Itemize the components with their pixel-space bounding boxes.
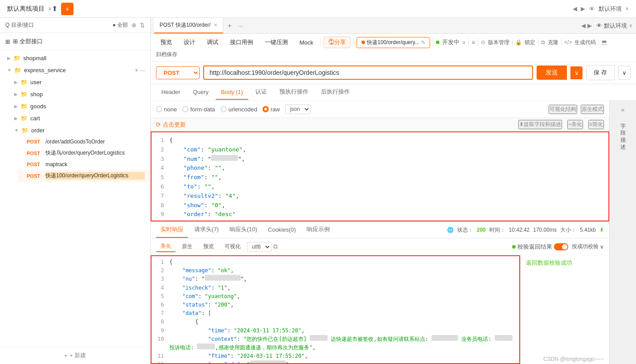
- tab-close-icon[interactable]: ✕: [213, 22, 217, 28]
- raw-mode-btn[interactable]: 原生模式: [581, 105, 604, 114]
- sidebar-search-label[interactable]: Q 目录/接口: [5, 21, 112, 29]
- tab-body[interactable]: Body (1): [216, 85, 248, 100]
- sidebar-item-shop[interactable]: ▶ 📁 shop: [7, 88, 150, 100]
- tab-pre-exec[interactable]: 预执行操作: [274, 84, 314, 100]
- save-dropdown-btn[interactable]: ∨: [618, 66, 631, 80]
- simplify-btn[interactable]: ≡简化: [588, 120, 604, 129]
- toolbar-mock-btn[interactable]: Mock: [295, 37, 318, 48]
- tab-nav-left[interactable]: ◀: [581, 22, 586, 29]
- resp-tab-example[interactable]: 响应示例: [302, 222, 334, 238]
- toolbar-design-btn[interactable]: 设计: [179, 37, 200, 48]
- radio-urlencoded[interactable]: urlencoded: [221, 106, 257, 113]
- resp-line-num-9: 9: [157, 327, 169, 335]
- response-body-code[interactable]: 1 { 2 "message": "ok", 3 "nu": "",: [151, 255, 520, 364]
- resp-raw-btn[interactable]: 原生: [177, 241, 197, 252]
- sidebar-item-cart[interactable]: ▶ 📁 cart: [7, 112, 150, 124]
- resp-line-num-7: 7: [157, 309, 169, 318]
- beautify-btn[interactable]: ≈美化: [567, 120, 583, 129]
- validate-toggle-switch[interactable]: [554, 243, 568, 250]
- eye-icon: 👁: [589, 5, 595, 12]
- toolbar-stress-btn[interactable]: 一键压测: [260, 37, 292, 48]
- resp-content-3: "nu": "",: [169, 275, 514, 283]
- tab-post-kuaidi100[interactable]: POST 快递100/order/ ✕: [154, 18, 223, 33]
- copy-resp-icon[interactable]: ⧉: [273, 243, 278, 250]
- request-body-code[interactable]: 1 { 2 "com": "yuantone", 3 "num": "",: [151, 131, 609, 221]
- title-actions: ⬆ +: [52, 3, 74, 15]
- json-format-select[interactable]: json text xml: [285, 104, 311, 114]
- sidebar-filter-icon[interactable]: ⊕: [131, 22, 136, 29]
- radio-none[interactable]: none: [156, 106, 177, 113]
- send-dropdown-btn[interactable]: ∨: [570, 66, 583, 79]
- gen-code-label[interactable]: 生成代码: [574, 39, 596, 46]
- method-select[interactable]: POST GET PUT DELETE: [156, 66, 200, 79]
- tab-header[interactable]: Header: [156, 85, 186, 100]
- menu-icon[interactable]: ≡: [472, 39, 475, 46]
- clone-label[interactable]: 克隆: [548, 39, 558, 46]
- visualize-structure-btn[interactable]: 可视化结构: [549, 105, 577, 114]
- upload-icon[interactable]: ⬆: [52, 4, 57, 13]
- dev-status-label[interactable]: 开发中: [442, 38, 460, 46]
- express-service-header[interactable]: ▼ 📁 express_service + ···: [0, 64, 150, 76]
- folder-icon-order: 📁: [21, 127, 29, 134]
- env-label[interactable]: 默认环境: [599, 5, 622, 13]
- express-service-add-icon[interactable]: +: [135, 67, 139, 74]
- radio-raw[interactable]: raw: [263, 106, 280, 113]
- lock-label[interactable]: 锁定: [525, 39, 535, 46]
- charset-select[interactable]: utf8 gbk: [247, 242, 271, 252]
- order-header[interactable]: ▼ 📁 order: [7, 124, 150, 136]
- env-dropdown-icon[interactable]: ∨: [629, 23, 632, 29]
- toolbar-share-btn[interactable]: ⓵分享: [324, 37, 351, 48]
- resp-tab-realtime[interactable]: 实时响应: [156, 222, 188, 238]
- send-button[interactable]: 发送: [537, 65, 567, 80]
- tab-auth[interactable]: 认证: [250, 84, 272, 100]
- resp-visualize-btn[interactable]: 可视化: [220, 241, 245, 252]
- resp-line-num-8: 8: [157, 318, 169, 326]
- tab-query[interactable]: Query: [188, 85, 214, 100]
- sidebar-all-select[interactable]: ● 全部: [112, 21, 128, 29]
- all-interfaces[interactable]: ⊞ ⊞ 全部接口: [0, 33, 150, 50]
- api-expressbird-queryLogistics[interactable]: POST 快递鸟/order/queryOrderLogistics: [18, 147, 150, 159]
- archive-label[interactable]: 归档保存: [156, 51, 177, 58]
- sidebar-sort-icon[interactable]: ⇅: [140, 22, 145, 29]
- nav-left-icon[interactable]: ◀: [573, 5, 577, 12]
- api-addGoodsToOrder[interactable]: POST /order/addGoodsToOrder: [18, 136, 150, 147]
- toolbar-debug-btn[interactable]: 调试: [202, 37, 223, 48]
- line-content-9: "order": "desc": [169, 210, 603, 219]
- click-update-label[interactable]: ⟳ 点击更新: [156, 121, 186, 129]
- toolbar-active-api-tab[interactable]: 快递100/order/query... ✎: [357, 37, 430, 48]
- sidebar-item-goods[interactable]: ▶ 📁 goods: [7, 100, 150, 112]
- add-icon[interactable]: +: [61, 3, 74, 15]
- env-name[interactable]: 默认环境: [604, 22, 627, 30]
- sidebar-item-user[interactable]: ▶ 📁 user: [7, 76, 150, 88]
- tab-post-exec[interactable]: 后执行操作: [316, 84, 355, 100]
- project-name[interactable]: 默认离线项目: [7, 5, 45, 13]
- toolbar-preview-btn[interactable]: 预览: [156, 37, 176, 48]
- project-chevron[interactable]: ∨: [48, 6, 52, 12]
- save-button[interactable]: 保 存: [586, 65, 615, 80]
- tab-add-icon[interactable]: +: [224, 22, 235, 30]
- line-content-1: {: [169, 136, 603, 145]
- toolbar-example-btn[interactable]: 接口用例: [226, 37, 258, 48]
- tab-nav-right[interactable]: ▶: [587, 22, 592, 29]
- sidebar-item-shopmall[interactable]: ▶ 📁 shopmall: [0, 52, 150, 64]
- express-service-more-icon[interactable]: ···: [140, 67, 145, 74]
- new-btn[interactable]: + + 新建: [0, 347, 150, 364]
- by-success-select[interactable]: 按成功校验 ∨: [572, 243, 604, 250]
- resp-tab-cookies[interactable]: Cookies(0): [263, 223, 300, 237]
- resp-beautify-btn[interactable]: 美化: [156, 241, 176, 252]
- api-maptrack[interactable]: POST maptrack: [18, 159, 150, 170]
- radio-formdata[interactable]: form-data: [182, 106, 215, 113]
- env-chevron[interactable]: ∨: [625, 6, 629, 12]
- resp-tab-resp-headers[interactable]: 响应头(10): [225, 222, 262, 238]
- schema-collapse-icon[interactable]: «: [620, 104, 627, 115]
- url-input[interactable]: [203, 65, 533, 80]
- extract-fields-btn[interactable]: ⬆提取字段和描述: [518, 120, 562, 129]
- download-icon[interactable]: ⬇: [599, 227, 604, 233]
- api-kuaidi100-queryLogistics[interactable]: POST 快递100/order/queryOrderLogistics: [18, 170, 150, 182]
- resp-tab-req-headers[interactable]: 请求头(7): [190, 222, 223, 238]
- version-mgmt-label[interactable]: 版本管理: [488, 39, 509, 46]
- nav-right-icon[interactable]: ▶: [581, 5, 585, 12]
- dev-status-chevron[interactable]: ∨: [462, 40, 466, 45]
- tab-more-icon[interactable]: ···: [236, 22, 245, 29]
- resp-preview-btn[interactable]: 预览: [199, 241, 218, 252]
